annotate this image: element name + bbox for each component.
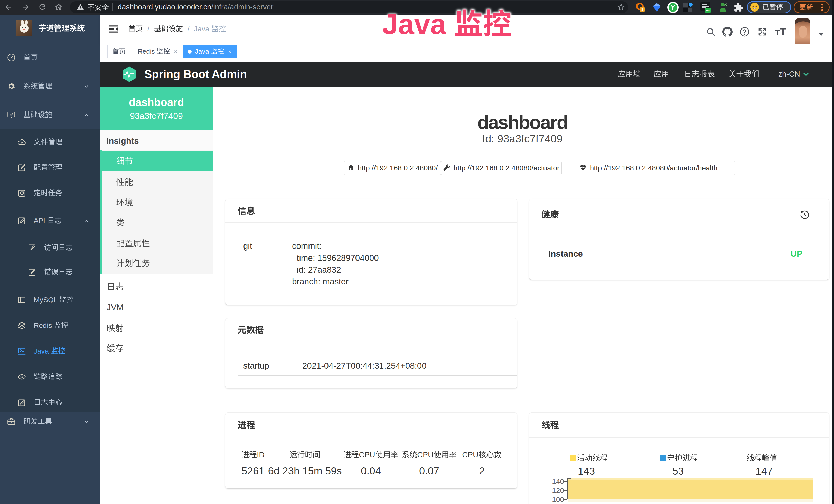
svg-text:on: on bbox=[706, 9, 710, 12]
svg-text:1: 1 bbox=[641, 7, 643, 12]
